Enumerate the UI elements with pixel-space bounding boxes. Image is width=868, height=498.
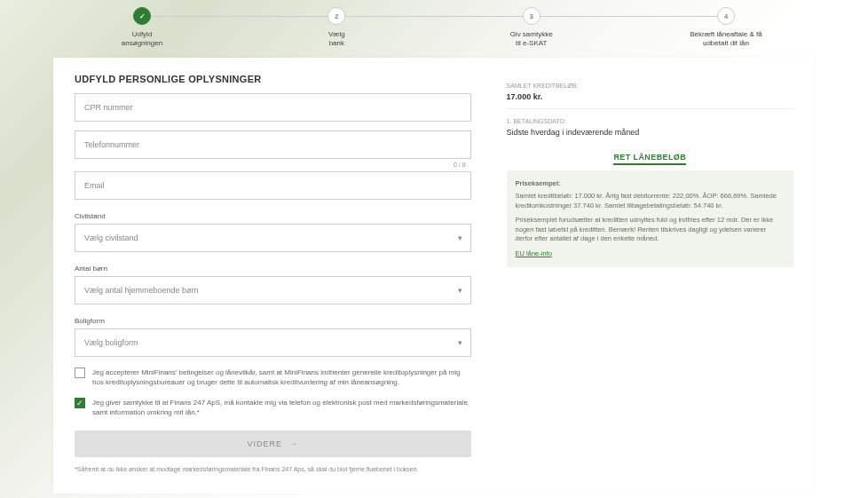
footnote: *Såfremt at du ikke ønsker at modtage ma… <box>75 466 471 472</box>
credit-value: 17.000 kr. <box>507 92 793 101</box>
price-example-box: Priseksempel: Samlet kreditbeløb: 17.000… <box>507 170 793 268</box>
form-column: UDFYLD PERSONLIGE OPLYSNINGER 0 / 8 Civi… <box>75 74 471 472</box>
example-line-2: Priseksemplet forudsætter at kreditten u… <box>516 216 785 244</box>
terms-checkbox[interactable] <box>75 368 85 378</box>
step-circle-4: 4 <box>717 7 735 25</box>
edit-amount-link[interactable]: RET LÅNEBELØB <box>613 144 686 165</box>
civil-select[interactable]: Vælg civilstand <box>75 224 471 252</box>
step-label-2: Vælg bank <box>283 30 390 49</box>
example-line-1: Samlet kreditbeløb: 17.000 kr. Årlig fas… <box>516 192 785 210</box>
terms-text: Jeg accepterer MiniFinans' betingelser o… <box>92 368 471 387</box>
step-label-4: Bekræft låneaftale & få udbetalt dit lån <box>673 30 779 49</box>
pay-value: Sidste hverdag i indeværende måned <box>507 128 793 137</box>
pay-label: 1. BETALINGSDATO: <box>507 118 793 124</box>
eu-loan-info-link[interactable]: EU låne-info <box>516 249 552 257</box>
step-4: 4 Bekræft låneaftale & få udbetalt dit l… <box>673 7 779 49</box>
step-circle-1: ✓ <box>133 7 151 25</box>
step-3: 3 Giv samtykke til e-SKAT <box>478 7 585 49</box>
step-label-1: Udfyld ansøgningen <box>89 30 195 49</box>
submit-label: VIDERE <box>248 439 283 448</box>
step-2: 2 Vælg bank <box>283 7 390 49</box>
stepper-line <box>142 16 726 17</box>
email-input[interactable] <box>75 171 471 200</box>
step-circle-2: 2 <box>327 7 345 25</box>
form-heading: UDFYLD PERSONLIGE OPLYSNINGER <box>75 74 471 84</box>
housing-label: Boligform <box>75 317 471 325</box>
example-title: Priseksempel: <box>516 179 785 189</box>
credit-label: SAMLET KREDITBELØB: <box>507 83 793 89</box>
marketing-checkbox[interactable]: ✓ <box>75 398 85 408</box>
phone-counter: 0 / 8 <box>454 162 466 168</box>
step-circle-3: 3 <box>523 7 541 25</box>
step-label-3: Giv samtykke til e-SKAT <box>478 30 585 49</box>
housing-select[interactable]: Vælg boligform <box>75 328 471 357</box>
divider <box>507 108 793 109</box>
step-1: ✓ Udfyld ansøgningen <box>89 7 195 49</box>
progress-stepper: ✓ Udfyld ansøgningen 2 Vælg bank 3 Giv s… <box>0 0 868 58</box>
main-card: UDFYLD PERSONLIGE OPLYSNINGER 0 / 8 Civi… <box>53 58 815 494</box>
phone-input[interactable] <box>75 130 471 159</box>
summary-column: SAMLET KREDITBELØB: 17.000 kr. 1. BETALI… <box>507 74 793 472</box>
children-select[interactable]: Vælg antal hjemmeboende børn <box>75 276 471 304</box>
children-label: Antal børn <box>75 265 471 273</box>
arrow-right-icon: → <box>289 439 298 448</box>
cpr-input[interactable] <box>75 93 471 122</box>
marketing-text: Jeg giver samtykke til at Finans 247 ApS… <box>92 398 471 417</box>
submit-button[interactable]: VIDERE → <box>75 431 471 457</box>
civil-label: Civilstand <box>75 212 471 220</box>
